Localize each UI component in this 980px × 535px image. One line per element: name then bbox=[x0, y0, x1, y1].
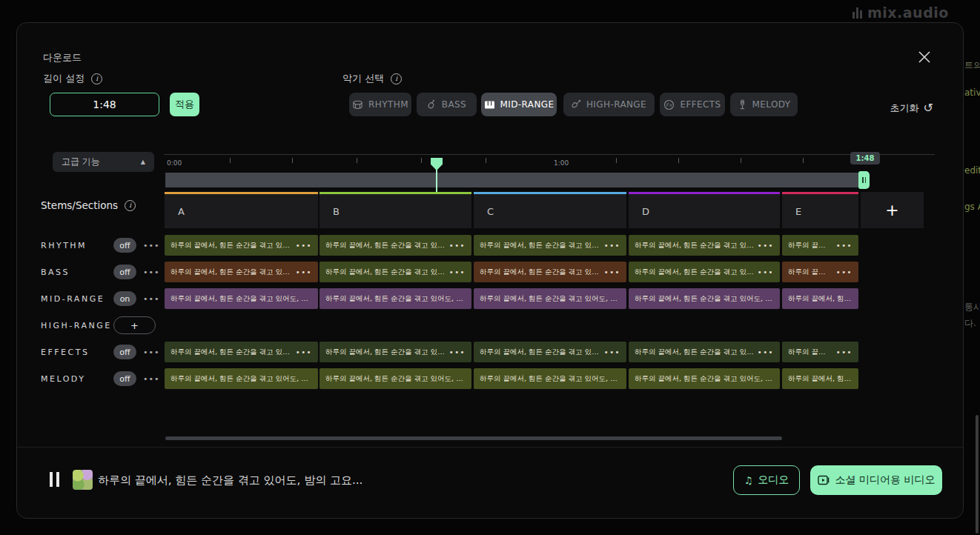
instrument-button-high-range[interactable]: HIGH-RANGE bbox=[563, 93, 655, 116]
clip-menu-icon[interactable]: ••• bbox=[604, 348, 620, 356]
clip-bass-d[interactable]: 하루의 끝에서, 힘든 순간을 겪고 있어도, 밤의 고요함에서 작...••• bbox=[629, 262, 780, 282]
clip-menu-icon[interactable]: ••• bbox=[758, 348, 774, 356]
clip-rhythm-b[interactable]: 하루의 끝에서, 힘든 순간을 겪고 있어도, 밤의 고요함에서 작...••• bbox=[320, 235, 471, 256]
clip-menu-icon[interactable]: ••• bbox=[604, 242, 620, 250]
section-header-b[interactable]: B bbox=[320, 192, 471, 228]
stem-toggle[interactable]: off bbox=[113, 238, 136, 253]
clip-menu-icon[interactable]: ••• bbox=[836, 268, 852, 276]
download-audio-button[interactable]: ♫ 오디오 bbox=[733, 465, 800, 495]
clip-mid-range-b[interactable]: 하루의 끝에서, 힘든 순간을 겪고 있어도, 밤의 고요함에서 작... bbox=[320, 288, 471, 309]
instrument-info-icon[interactable]: i bbox=[391, 73, 402, 84]
clip-effects-d[interactable]: 하루의 끝에서, 힘든 순간을 겪고 있어도, 밤의 고요함에서 작...••• bbox=[629, 342, 780, 362]
clip-menu-icon[interactable]: ••• bbox=[449, 268, 466, 276]
instrument-button-label: HIGH-RANGE bbox=[586, 99, 646, 110]
instrument-button-rhythm[interactable]: RHYTHM bbox=[349, 93, 411, 116]
section-label: B bbox=[333, 206, 340, 217]
section-header-d[interactable]: D bbox=[629, 192, 780, 228]
clip-rhythm-e[interactable]: 하루의 끝에서, 힘든 순간을 겪고 있어도, 밤의 고요함에서 작...••• bbox=[782, 235, 858, 256]
length-input[interactable] bbox=[50, 93, 159, 116]
length-info-icon[interactable]: i bbox=[91, 73, 102, 84]
clip-mid-range-d[interactable]: 하루의 끝에서, 힘든 순간을 겪고 있어도, 밤의 고요함에서 작... bbox=[629, 288, 780, 309]
stem-menu-icon[interactable]: ••• bbox=[143, 374, 159, 384]
instrument-button-bass[interactable]: BASS bbox=[417, 93, 477, 116]
clip-effects-c[interactable]: 하루의 끝에서, 힘든 순간을 겪고 있어도, 밤의 고요함에서 작...••• bbox=[474, 342, 626, 362]
clip-effects-a[interactable]: 하루의 끝에서, 힘든 순간을 겪고 있어도, 밤의 고요함에서 작...••• bbox=[165, 342, 318, 362]
add-section-button[interactable]: + bbox=[861, 192, 924, 228]
clip-mid-range-a[interactable]: 하루의 끝에서, 힘든 순간을 겪고 있어도, 밤의 고요함에서 작... bbox=[165, 288, 318, 309]
instrument-button-melody[interactable]: MELODY bbox=[730, 93, 798, 116]
end-time-badge: 1:48 bbox=[850, 152, 880, 165]
section-header-c[interactable]: C bbox=[474, 192, 626, 228]
clip-menu-icon[interactable]: ••• bbox=[836, 242, 852, 250]
clip-menu-icon[interactable]: ••• bbox=[449, 348, 466, 356]
clip-melody-e[interactable]: 하루의 끝에서, 힘든 순간을 겪고 있어도, 밤의 고요함에서 작... bbox=[782, 368, 858, 389]
pause-icon[interactable] bbox=[50, 472, 59, 487]
clip-melody-d[interactable]: 하루의 끝에서, 힘든 순간을 겪고 있어도, 밤의 고요함에서 작... bbox=[629, 368, 780, 389]
clip-menu-icon[interactable]: ••• bbox=[296, 268, 312, 276]
clip-effects-b[interactable]: 하루의 끝에서, 힘든 순간을 겪고 있어도, 밤의 고요함에서 작...••• bbox=[320, 342, 471, 362]
stem-toggle[interactable]: off bbox=[113, 265, 136, 279]
clip-title: 하루의 끝에서, 힘든 순간을 겪고 있어도, 밤의 고요함에서 작... bbox=[480, 268, 600, 277]
stem-menu-icon[interactable]: ••• bbox=[143, 268, 159, 277]
clip-menu-icon[interactable]: ••• bbox=[604, 268, 620, 276]
advanced-features-button[interactable]: 고급 기능 ▲ bbox=[53, 152, 154, 172]
section-label: C bbox=[487, 206, 494, 217]
stem-menu-icon[interactable]: ••• bbox=[143, 241, 159, 250]
clip-menu-icon[interactable]: ••• bbox=[296, 348, 312, 356]
clip-title: 하루의 끝에서, 힘든 순간을 겪고 있어도, 밤의 고요함에서 작... bbox=[325, 294, 466, 304]
stem-menu-icon[interactable]: ••• bbox=[143, 348, 159, 357]
section-header-e[interactable]: E bbox=[782, 192, 858, 228]
clip-melody-b[interactable]: 하루의 끝에서, 힘든 순간을 겪고 있어도, 밤의 고요함에서 작... bbox=[320, 368, 471, 389]
clip-melody-c[interactable]: 하루의 끝에서, 힘든 순간을 겪고 있어도, 밤의 고요함에서 작... bbox=[474, 368, 626, 389]
instrument-button-label: MID-RANGE bbox=[500, 99, 554, 110]
apply-button[interactable]: 적용 bbox=[170, 93, 199, 116]
download-video-button[interactable]: 소셜 미디어용 비디오 bbox=[810, 465, 942, 495]
clip-effects-e[interactable]: 하루의 끝에서, 힘든 순간을 겪고 있어도, 밤의 고요함에서 작...••• bbox=[782, 342, 858, 362]
clip-title: 하루의 끝에서, 힘든 순간을 겪고 있어도, 밤의 고요함에서 작... bbox=[325, 374, 466, 384]
advanced-features-label: 고급 기능 bbox=[62, 156, 100, 168]
stem-toggle[interactable]: off bbox=[113, 371, 136, 386]
clip-bass-e[interactable]: 하루의 끝에서, 힘든 순간을 겪고 있어도, 밤의 고요함에서 작...••• bbox=[782, 262, 858, 282]
clip-title: 하루의 끝에서, 힘든 순간을 겪고 있어도, 밤의 고요함에서 작... bbox=[170, 294, 312, 304]
stems-info-icon[interactable]: i bbox=[125, 200, 136, 211]
stem-label: BASS bbox=[41, 268, 156, 277]
length-drag-handle[interactable] bbox=[858, 171, 870, 189]
clip-rhythm-d[interactable]: 하루의 끝에서, 힘든 순간을 겪고 있어도, 밤의 고요함에서 작...••• bbox=[629, 235, 780, 256]
section-label: A bbox=[178, 206, 185, 217]
clip-bass-c[interactable]: 하루의 끝에서, 힘든 순간을 겪고 있어도, 밤의 고요함에서 작...••• bbox=[474, 262, 626, 282]
clip-mid-range-c[interactable]: 하루의 끝에서, 힘든 순간을 겪고 있어도, 밤의 고요함에서 작... bbox=[474, 288, 626, 309]
album-art bbox=[73, 470, 93, 490]
close-icon[interactable] bbox=[917, 50, 932, 64]
clip-menu-icon[interactable]: ••• bbox=[296, 242, 312, 250]
clip-bass-b[interactable]: 하루의 끝에서, 힘든 순간을 겪고 있어도, 밤의 고요함에서 작...••• bbox=[320, 262, 471, 282]
stem-menu-icon[interactable]: ••• bbox=[143, 294, 159, 304]
reset-button[interactable]: 초기화 ↺ bbox=[890, 102, 933, 115]
page-scrollbar[interactable] bbox=[976, 415, 979, 534]
section-header-a[interactable]: A bbox=[165, 192, 318, 228]
fx-icon: Fx bbox=[663, 99, 675, 110]
clip-title: 하루의 끝에서, 힘든 순간을 겪고 있어도, 밤의 고요함에서 작... bbox=[788, 268, 832, 277]
add-stem-button[interactable]: + bbox=[113, 316, 156, 334]
instrument-button-effects[interactable]: FxEFFECTS bbox=[660, 93, 725, 116]
clip-menu-icon[interactable]: ••• bbox=[836, 348, 852, 356]
stem-toggle[interactable]: on bbox=[113, 291, 136, 306]
clip-menu-icon[interactable]: ••• bbox=[449, 242, 466, 250]
clip-title: 하루의 끝에서, 힘든 순간을 겪고 있어도, 밤의 고요함에서 작... bbox=[170, 348, 292, 357]
clip-title: 하루의 끝에서, 힘든 순간을 겪고 있어도, 밤의 고요함에서 작... bbox=[170, 241, 292, 250]
stem-toggle[interactable]: off bbox=[113, 345, 136, 359]
clip-menu-icon[interactable]: ••• bbox=[758, 268, 774, 276]
clip-rhythm-c[interactable]: 하루의 끝에서, 힘든 순간을 겪고 있어도, 밤의 고요함에서 작...••• bbox=[474, 235, 626, 256]
clip-bass-a[interactable]: 하루의 끝에서, 힘든 순간을 겪고 있어도, 밤의 고요함에서 작...••• bbox=[165, 262, 318, 282]
clip-mid-range-e[interactable]: 하루의 끝에서, 힘든 순간을 겪고 있어도, 밤의 고요함에서 작... bbox=[782, 288, 858, 309]
timeline-horizontal-scrollbar[interactable] bbox=[165, 436, 782, 440]
instrument-button-label: MELODY bbox=[752, 99, 791, 110]
clip-title: 하루의 끝에서, 힘든 순간을 겪고 있어도, 밤의 고요함에서 작... bbox=[480, 348, 600, 357]
clip-menu-icon[interactable]: ••• bbox=[758, 242, 774, 250]
clip-title: 하루의 끝에서, 힘든 순간을 겪고 있어도, 밤의 고요함에서 작... bbox=[635, 374, 774, 384]
clip-title: 하루의 끝에서, 힘든 순간을 겪고 있어도, 밤의 고요함에서 작... bbox=[635, 294, 774, 304]
clip-melody-a[interactable]: 하루의 끝에서, 힘든 순간을 겪고 있어도, 밤의 고요함에서 작... bbox=[165, 368, 318, 389]
instrument-button-mid-range[interactable]: MID-RANGE bbox=[481, 93, 557, 116]
length-scrub-bar[interactable] bbox=[165, 173, 861, 187]
clip-rhythm-a[interactable]: 하루의 끝에서, 힘든 순간을 겪고 있어도, 밤의 고요함에서 작...••• bbox=[165, 235, 318, 256]
playhead-marker[interactable] bbox=[431, 158, 443, 170]
